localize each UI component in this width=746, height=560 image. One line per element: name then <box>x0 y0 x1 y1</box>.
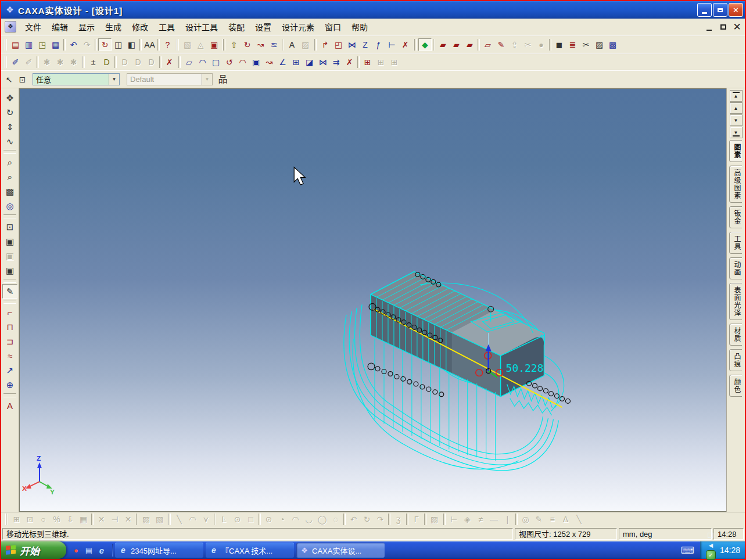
paint-2-icon[interactable]: ✱ <box>53 56 67 69</box>
arc-icon[interactable]: ◠ <box>186 514 199 525</box>
help-pointer-icon[interactable]: ? <box>161 38 174 51</box>
point-icon[interactable]: ⊙ <box>231 514 244 525</box>
spline-fly-icon[interactable]: ∿ <box>2 134 17 149</box>
profile-sweep-icon[interactable]: ↝ <box>263 56 276 69</box>
feature-copy-icon[interactable]: ▱ <box>481 38 494 51</box>
spline-icon[interactable]: ʒ <box>392 514 405 525</box>
branch-icon[interactable]: ⋎ <box>199 514 213 525</box>
catalog-tab[interactable]: 表面光泽 <box>729 283 742 320</box>
network-tray-icon[interactable]: ❒ <box>706 530 716 540</box>
new-template-icon[interactable]: ▥ <box>22 38 35 51</box>
keyboard-entry-icon[interactable]: ▦ <box>77 514 90 525</box>
part-hatch-icon[interactable]: ▨ <box>593 38 606 51</box>
percent-icon[interactable]: % <box>50 514 63 525</box>
lock-icon[interactable]: ◧ <box>125 38 138 51</box>
paint-3-icon[interactable]: ✱ <box>67 56 80 69</box>
camera-rotate-icon[interactable]: ▣ <box>2 234 17 249</box>
catalog-tab[interactable]: 钣金 <box>729 206 742 228</box>
profile-poly-icon[interactable]: ▢ <box>209 56 223 69</box>
smart-render-icon[interactable]: ◆ <box>418 38 432 51</box>
render-mode-2-icon[interactable]: ▰ <box>450 38 463 51</box>
dash-icon[interactable]: — <box>487 514 501 525</box>
gem-icon[interactable]: ◈ <box>461 514 474 525</box>
catalog-tab[interactable]: 动画 <box>729 257 742 279</box>
task-button[interactable]: CAXA实体设... <box>296 543 385 558</box>
rotate-icon[interactable]: ↻ <box>2 105 17 120</box>
image-icon[interactable]: ▨ <box>299 38 312 51</box>
target2-icon[interactable]: ◎ <box>519 514 532 525</box>
display-plane-icon[interactable]: ⊡ <box>2 220 17 234</box>
quicklaunch-ie-icon[interactable]: e <box>96 545 107 555</box>
fx-icon[interactable]: ƒ <box>372 38 385 51</box>
profile-edit-icon[interactable]: ◪ <box>303 56 316 69</box>
circle-arrow-icon[interactable]: ⊕ <box>2 378 17 392</box>
catalog-tab[interactable]: 图素 <box>729 140 742 162</box>
mdi-minimize-button[interactable] <box>703 21 715 33</box>
catalog-tab[interactable]: 高级图素 <box>729 166 742 203</box>
workshop-icon[interactable]: ▣ <box>207 38 221 51</box>
redo-icon[interactable]: ↷ <box>80 38 94 51</box>
zoom-all-icon[interactable]: ▩ <box>2 184 17 199</box>
arc-chord-icon[interactable]: ◡ <box>302 514 315 525</box>
menu-item[interactable]: 编辑 <box>46 21 73 34</box>
circle-tool-icon[interactable]: ○ <box>37 514 50 525</box>
menu-item[interactable]: 装配 <box>223 21 250 34</box>
undo-curve-icon[interactable]: ↶ <box>347 514 360 525</box>
camera-target-icon[interactable]: ▣ <box>2 263 17 278</box>
pattern-icon[interactable]: ▨ <box>428 514 441 525</box>
save-icon[interactable]: ▦ <box>49 38 62 51</box>
text-icon[interactable]: A <box>285 38 299 51</box>
start-button[interactable]: 开始 <box>1 541 66 559</box>
scroll-bottom-icon[interactable]: ▼ <box>730 127 743 138</box>
profile-revolve-icon[interactable]: ↺ <box>223 56 236 69</box>
catalog-tab[interactable]: 凸痕 <box>729 349 742 371</box>
fillet-corner-icon[interactable]: ⌐ <box>2 305 17 320</box>
scroll-down-icon[interactable]: ▼ <box>730 114 743 126</box>
feature-move-icon[interactable]: ⇪ <box>508 38 521 51</box>
ellipse-axis-icon[interactable]: ◌ <box>329 514 342 525</box>
antivirus-shield-icon[interactable]: ✓ <box>706 550 716 560</box>
profile-offset-icon[interactable]: ⇉ <box>329 56 343 69</box>
pen-tool-icon[interactable]: ✎ <box>532 514 546 525</box>
zoom-icon[interactable]: ⌕ <box>2 155 17 170</box>
d-part-icon[interactable]: D <box>100 56 113 69</box>
ellipse-icon[interactable]: ◯ <box>315 514 329 525</box>
profile-arc-icon[interactable]: ◠ <box>196 56 209 69</box>
extrude-icon[interactable]: ⇧ <box>227 38 241 51</box>
erase-tool-icon[interactable]: ✕ <box>121 514 135 525</box>
feature-sphere-icon[interactable]: ● <box>535 38 548 51</box>
task-button[interactable]: 『CAXA 技术... <box>206 543 294 558</box>
menu-item[interactable]: 设计元素 <box>277 21 320 34</box>
circle-2pt-icon[interactable]: ◔ <box>275 514 289 525</box>
rect-icon[interactable]: □ <box>244 514 257 525</box>
menu-item[interactable]: 窗口 <box>320 21 346 34</box>
chevron-down-icon[interactable]: ▼ <box>109 74 119 85</box>
equal-icon[interactable]: ≡ <box>546 514 559 525</box>
selection-filter-combo[interactable]: 任意 ▼ <box>33 73 120 85</box>
target-icon[interactable]: ◎ <box>2 199 17 213</box>
hatch-a-icon[interactable]: ▨ <box>139 514 153 525</box>
volume-tray-icon[interactable]: ◄ <box>706 540 716 550</box>
catalog-tab[interactable]: 材质 <box>729 324 742 346</box>
table-icon[interactable]: ⊞ <box>374 56 388 69</box>
loft-icon[interactable]: ≋ <box>267 38 281 51</box>
close-button[interactable]: ✕ <box>729 3 743 17</box>
scene-tree-icon[interactable]: 品 <box>216 73 229 86</box>
title-bar[interactable]: ❖ CAXA实体设计 - [设计1] ✕ <box>1 1 745 19</box>
updown-icon[interactable]: ⇕ <box>2 120 17 134</box>
line-icon[interactable]: ╲ <box>173 514 186 525</box>
shell-icon[interactable]: ◰ <box>332 38 345 51</box>
menu-item[interactable]: 设置 <box>250 21 277 34</box>
menu-item[interactable]: 生成 <box>100 21 127 34</box>
copy-mode-icon[interactable]: ◫ <box>112 38 125 51</box>
measure-pen2-icon[interactable]: ✐ <box>22 56 35 69</box>
restore-button[interactable] <box>713 3 727 17</box>
table2-icon[interactable]: ⊞ <box>388 56 401 69</box>
catalog-tab[interactable]: 颜色 <box>729 375 742 397</box>
frame-i-icon[interactable]: ⊐ <box>2 334 17 349</box>
wave-icon[interactable]: ≈ <box>2 349 17 363</box>
sketch-3d-icon[interactable]: ◬ <box>194 38 207 51</box>
profile-delete-icon[interactable]: ✗ <box>343 56 356 69</box>
table-add-icon[interactable]: ⊞ <box>361 56 374 69</box>
rotate-view-icon[interactable]: ↻ <box>98 38 112 51</box>
